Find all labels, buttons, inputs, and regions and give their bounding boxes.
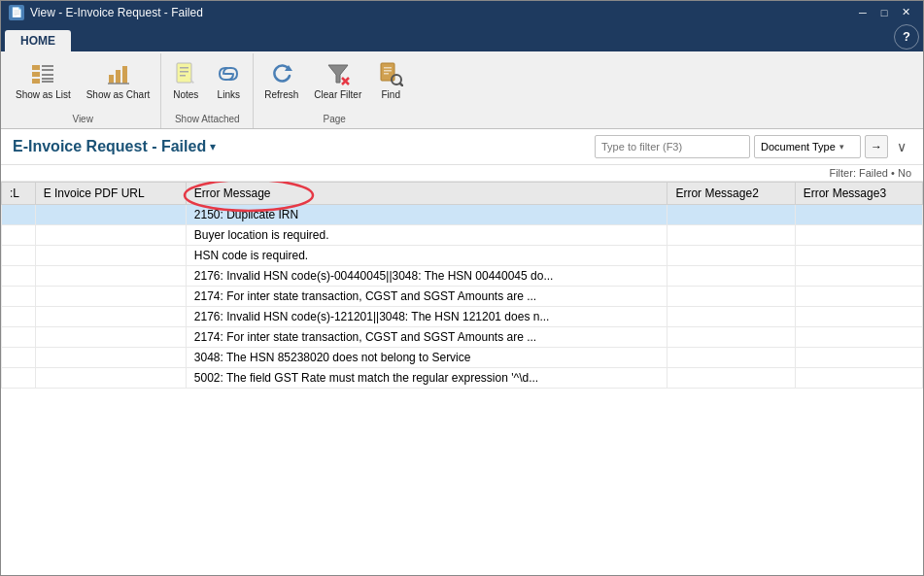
table-row[interactable]: HSN code is required. [2,245,923,265]
table-cell-errorMsg2 [667,204,795,224]
svg-rect-15 [180,75,186,77]
col-header-pdf-url: E Invoice PDF URL [35,182,186,204]
table-cell-no [2,245,36,265]
table-cell-no [2,326,36,347]
table-row[interactable]: Buyer location is required. [2,224,923,245]
table-cell-errorMsg: HSN code is required. [186,245,667,265]
page-title: E-Invoice Request - Failed [13,138,206,155]
table-cell-no [2,204,36,224]
title-bar-controls: ─ □ ✕ [853,3,915,22]
links-button[interactable]: Links [208,55,249,106]
table-cell-pdfUrl [35,286,186,306]
filter-status: Filter: Failed • No [1,165,923,182]
ribbon-group-page-label: Page [257,112,411,126]
close-button[interactable]: ✕ [896,3,915,22]
table-cell-errorMsg: 5002: The field GST Rate must match the … [186,367,667,388]
table-cell-pdfUrl [35,367,186,388]
table-cell-errorMsg3 [795,286,922,306]
table-cell-pdfUrl [35,347,186,367]
ribbon-group-attached: Notes Links Show Attached [161,53,254,128]
table-row[interactable]: 2174: For inter state transaction, CGST … [2,326,923,347]
table-cell-pdfUrl [35,224,186,245]
table-cell-errorMsg: 2176: Invalid HSN code(s)-121201||3048: … [186,306,667,326]
svg-line-23 [400,84,403,86]
svg-rect-6 [42,78,53,80]
table-cell-no [2,367,36,388]
ribbon-group-page-items: Refresh Clear Filter [257,55,411,112]
table-row[interactable]: 2150: Duplicate IRN [2,204,923,224]
find-button[interactable]: Find [370,55,411,106]
svg-rect-4 [42,69,53,71]
table-cell-errorMsg2 [667,367,795,388]
title-bar-text: View - E-Invoice Request - Failed [30,6,203,19]
table-cell-errorMsg: 2174: For inter state transaction, CGST … [186,326,667,347]
svg-rect-13 [180,67,188,69]
table-row[interactable]: 2176: Invalid HSN code(s)-00440045||3048… [2,265,923,286]
show-as-chart-icon [105,60,132,87]
table-cell-errorMsg3 [795,245,922,265]
ribbon: Show as List Show as Chart View [1,51,923,129]
col-header-error-msg: Error Message [186,182,667,204]
filter-bar: Document Type ▾ → ∨ [595,135,911,158]
col-header-no: :L [2,182,36,204]
table-cell-errorMsg2 [667,306,795,326]
table-cell-no [2,347,36,367]
svg-rect-9 [116,70,120,84]
table-row[interactable]: 2176: Invalid HSN code(s)-121201||3048: … [2,306,923,326]
filter-expand-button[interactable]: ∨ [892,137,911,156]
svg-rect-14 [180,71,188,73]
tab-home[interactable]: HOME [5,30,71,51]
clear-filter-label: Clear Filter [314,89,361,101]
show-as-list-button[interactable]: Show as List [9,55,78,106]
svg-rect-7 [42,81,53,83]
find-icon [377,60,404,87]
links-icon [215,60,242,87]
main-layout: E-Invoice Request - Failed ▾ Document Ty… [1,129,923,575]
show-as-list-icon [29,60,56,87]
ribbon-tab-bar: HOME ? [1,24,923,51]
table-cell-pdfUrl [35,265,186,286]
clear-filter-button[interactable]: Clear Filter [307,55,368,106]
page-title-dropdown[interactable]: ▾ [210,140,216,153]
links-label: Links [218,89,240,101]
filter-nav-button[interactable]: → [865,135,888,158]
maximize-button[interactable]: □ [874,3,894,22]
app-icon: 📄 [9,5,24,20]
table-cell-no [2,306,36,326]
table-cell-pdfUrl [35,204,186,224]
svg-rect-0 [32,65,40,70]
refresh-label: Refresh [264,89,298,101]
filter-document-type-label: Document Type [761,141,836,152]
table-cell-errorMsg3 [795,306,922,326]
find-label: Find [381,89,399,101]
help-button[interactable]: ? [894,24,919,50]
show-as-list-label: Show as List [16,89,71,101]
table-row[interactable]: 2174: For inter state transaction, CGST … [2,286,923,306]
svg-rect-2 [32,79,40,84]
table-cell-errorMsg3 [795,326,922,347]
show-as-chart-label: Show as Chart [86,89,151,101]
table-cell-errorMsg3 [795,367,922,388]
table-cell-errorMsg3 [795,224,922,245]
table-row[interactable]: 5002: The field GST Rate must match the … [2,367,923,388]
table-cell-errorMsg2 [667,224,795,245]
table-row[interactable]: 3048: The HSN 85238020 does not belong t… [2,347,923,367]
table-cell-pdfUrl [35,245,186,265]
filter-input[interactable] [595,135,750,158]
table-cell-errorMsg: 3048: The HSN 85238020 does not belong t… [186,347,667,367]
ribbon-group-attached-items: Notes Links [165,55,249,112]
table-cell-errorMsg2 [667,286,795,306]
filter-document-type-dropdown[interactable]: Document Type ▾ [754,135,861,158]
show-as-chart-button[interactable]: Show as Chart [80,55,157,106]
svg-rect-25 [384,70,392,72]
minimize-button[interactable]: ─ [853,3,873,22]
table-container[interactable]: :L E Invoice PDF URL Error Message [1,182,923,575]
table-cell-errorMsg: 2176: Invalid HSN code(s)-00440045||3048… [186,265,667,286]
notes-button[interactable]: Notes [165,55,206,106]
refresh-icon [268,60,295,87]
filter-dropdown-arrow: ▾ [839,142,844,152]
refresh-button[interactable]: Refresh [257,55,305,106]
table-cell-no [2,265,36,286]
clear-filter-icon [325,60,352,87]
ribbon-group-page: Refresh Clear Filter [254,53,415,128]
